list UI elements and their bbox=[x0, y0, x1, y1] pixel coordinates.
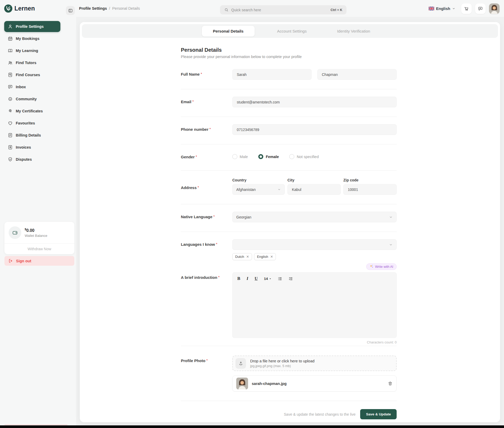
upload-icon bbox=[238, 361, 243, 366]
gender-option-female[interactable]: Female bbox=[258, 154, 279, 159]
chevron-down-icon bbox=[277, 188, 281, 191]
gender-option-label: Female bbox=[266, 155, 279, 159]
country-value: Afghanistan bbox=[236, 187, 277, 192]
gender-radio-group: Male Female Not specified bbox=[232, 152, 397, 161]
chip-label: English bbox=[257, 255, 268, 259]
user-icon bbox=[8, 24, 13, 29]
radio-selected-icon[interactable] bbox=[258, 154, 263, 159]
breadcrumb-separator: / bbox=[109, 6, 110, 11]
phone-field[interactable] bbox=[232, 124, 397, 135]
file-thumbnail bbox=[236, 378, 248, 389]
sidebar-item-label: Find Courses bbox=[16, 73, 40, 77]
font-size-value: 14 bbox=[264, 277, 268, 281]
tab-personal-details[interactable]: Personal Details bbox=[202, 26, 255, 36]
numbered-list-icon[interactable] bbox=[288, 276, 293, 281]
editor-toolbar: B I U 14 bbox=[237, 276, 392, 281]
introduction-label: A brief introduction* bbox=[181, 272, 232, 344]
sidebar-item-favourites[interactable]: Favourites bbox=[4, 118, 60, 129]
inbox-message-icon bbox=[8, 84, 13, 90]
zip-code-label: Zip code bbox=[343, 178, 397, 182]
quick-search[interactable]: Ctrl + K bbox=[220, 5, 346, 14]
save-update-button[interactable]: Save & Update bbox=[360, 409, 397, 419]
row-divider bbox=[181, 401, 397, 401]
sidebar-item-my-bookings[interactable]: My Bookings bbox=[4, 33, 60, 44]
brand-logo-icon bbox=[4, 4, 12, 13]
chip-remove-icon[interactable]: ✕ bbox=[246, 255, 249, 259]
search-input[interactable] bbox=[231, 8, 328, 12]
font-size-dropdown[interactable]: 14 bbox=[264, 277, 271, 281]
language-selector[interactable]: English bbox=[429, 0, 455, 17]
email-field[interactable] bbox=[232, 97, 397, 107]
language-label: English bbox=[436, 6, 450, 11]
sidebar-item-label: Invoices bbox=[16, 145, 31, 149]
messages-button[interactable] bbox=[475, 3, 486, 14]
gender-option-label: Not specified bbox=[297, 155, 319, 159]
zip-code-field[interactable] bbox=[343, 184, 397, 195]
form-footer: Save & update the latest changes to the … bbox=[181, 409, 397, 419]
sidebar-item-label: Profile Settings bbox=[16, 24, 44, 29]
brand-logo[interactable]: Lernen bbox=[4, 4, 35, 13]
sidebar-toggle-button[interactable] bbox=[66, 6, 75, 15]
wallet-card: $0.00 Wallet Balance Withdraw Now bbox=[4, 222, 74, 254]
row-divider bbox=[181, 89, 397, 89]
bullet-list-icon[interactable] bbox=[278, 276, 282, 281]
sidebar-item-community[interactable]: Community bbox=[4, 93, 60, 105]
photo-dropzone[interactable]: Drop a file here or click here to upload… bbox=[232, 356, 397, 371]
languages-select[interactable] bbox=[232, 239, 397, 250]
row-divider bbox=[181, 117, 397, 117]
row-divider bbox=[181, 204, 397, 204]
tab-account-settings[interactable]: Account Settings bbox=[269, 26, 315, 36]
country-select[interactable]: Afghanistan bbox=[232, 184, 285, 195]
invoice-icon bbox=[8, 145, 13, 150]
introduction-editor[interactable]: B I U 14 bbox=[232, 272, 397, 338]
chip-remove-icon[interactable]: ✕ bbox=[270, 255, 273, 259]
sidebar-item-find-courses[interactable]: Find Courses bbox=[4, 69, 60, 80]
delete-file-button[interactable] bbox=[388, 381, 393, 386]
sidebar-panel-icon bbox=[68, 8, 73, 13]
required-asterisk: * bbox=[192, 100, 194, 103]
sidebar-item-disputes[interactable]: Disputes bbox=[4, 154, 60, 165]
country-label: Country bbox=[232, 178, 285, 182]
underline-button[interactable]: U bbox=[255, 276, 258, 281]
dispute-shield-icon bbox=[8, 157, 13, 162]
sidebar-item-my-certificates[interactable]: My Certificates bbox=[4, 106, 60, 117]
sidebar-item-label: My Bookings bbox=[16, 36, 39, 41]
native-language-select[interactable]: Georgian bbox=[232, 212, 397, 222]
sidebar-item-label: My Learning bbox=[16, 49, 38, 53]
sidebar-item-billing-details[interactable]: Billing Details bbox=[4, 130, 60, 141]
profile-settings-card: Personal Details Account Settings Identi… bbox=[80, 22, 500, 422]
breadcrumb-root[interactable]: Profile Settings bbox=[79, 6, 107, 11]
italic-button[interactable]: I bbox=[246, 276, 248, 281]
radio-unselected-icon[interactable] bbox=[289, 154, 294, 159]
sidebar-item-invoices[interactable]: Invoices bbox=[4, 142, 60, 153]
withdraw-now-button[interactable]: Withdraw Now bbox=[4, 243, 74, 254]
gender-option-not-specified[interactable]: Not specified bbox=[289, 154, 319, 159]
community-icon bbox=[8, 96, 13, 102]
user-avatar[interactable] bbox=[489, 3, 500, 14]
gender-option-male[interactable]: Male bbox=[232, 154, 248, 159]
sign-out-button[interactable]: Sign out bbox=[4, 256, 74, 266]
sidebar-item-label: Find Tutors bbox=[16, 61, 36, 65]
languages-label: Languages I know* bbox=[181, 239, 232, 270]
sidebar-item-profile-settings[interactable]: Profile Settings bbox=[4, 21, 60, 32]
city-field[interactable] bbox=[287, 184, 341, 195]
search-icon bbox=[224, 8, 229, 12]
tab-identity-verification[interactable]: Identity Verification bbox=[329, 26, 378, 36]
sidebar-item-find-tutors[interactable]: Find Tutors bbox=[4, 57, 60, 68]
required-asterisk: * bbox=[198, 186, 199, 189]
sidebar-item-my-learning[interactable]: My Learning bbox=[4, 45, 60, 56]
sign-out-label: Sign out bbox=[16, 259, 31, 263]
search-shortcut-hint: Ctrl + K bbox=[330, 8, 342, 12]
bold-button[interactable]: B bbox=[237, 276, 240, 281]
first-name-field[interactable] bbox=[232, 69, 312, 80]
radio-unselected-icon[interactable] bbox=[232, 154, 237, 159]
sidebar-item-inbox[interactable]: Inbox bbox=[4, 81, 60, 92]
language-chip-english: English ✕ bbox=[254, 253, 276, 260]
cart-button[interactable] bbox=[461, 3, 472, 14]
write-with-ai-button[interactable]: Write with AI bbox=[366, 263, 397, 270]
sign-out-icon bbox=[8, 258, 13, 263]
save-hint-text: Save & update the latest changes to the … bbox=[284, 412, 355, 416]
last-name-field[interactable] bbox=[317, 69, 397, 80]
chevron-down-icon bbox=[389, 215, 393, 219]
wallet-balance-label: Wallet Balance bbox=[25, 234, 47, 238]
